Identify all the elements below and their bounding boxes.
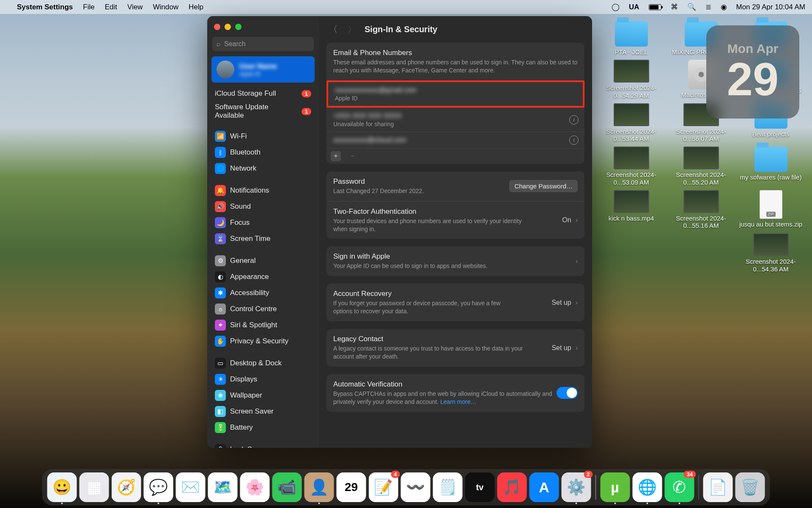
image-thumb-icon [753, 233, 789, 256]
info-icon[interactable]: i [569, 135, 579, 145]
dock-maps[interactable]: 🗺️ [208, 472, 238, 502]
menu-edit[interactable]: Edit [105, 3, 117, 11]
dock-notes[interactable]: 🗒️ [433, 472, 463, 502]
menu-window[interactable]: Window [153, 3, 178, 11]
sidebar-item-network[interactable]: 🌐Network [211, 160, 315, 177]
sidebar-item-wi-fi[interactable]: 📶Wi-Fi [211, 128, 315, 144]
sidebar-item-displays[interactable]: ☀Displays [211, 371, 315, 387]
battery-icon[interactable] [649, 4, 661, 10]
dock-utorrent[interactable]: µ [600, 472, 630, 502]
back-button[interactable]: 〈 [327, 22, 339, 37]
add-button[interactable]: ＋ [331, 151, 341, 161]
sidebar-label: Network [230, 164, 256, 173]
legacy-value: Set up [551, 344, 571, 352]
sidebar-item-general[interactable]: ⚙General [211, 253, 315, 269]
desktop-icon[interactable]: Screenshot 2024-0...53.44 AM [598, 103, 664, 143]
dock-launchpad[interactable]: ▦ [80, 472, 109, 502]
sidebar-label: Focus [230, 218, 250, 227]
dock-trash[interactable]: 🗑️ [735, 472, 765, 502]
dock-calendar[interactable]: 29 [337, 472, 366, 502]
siwa-card[interactable]: Sign in with Apple Your Apple ID can be … [326, 246, 584, 276]
twofa-row[interactable]: Two-Factor Authentication Your trusted d… [326, 202, 584, 239]
email-row[interactable]: xxxxxxxxxx@icloud.comi [326, 132, 584, 148]
dock-contacts[interactable]: 👤 [304, 472, 334, 502]
close-button[interactable] [214, 24, 220, 30]
search-input[interactable]: ⌕ Search [212, 37, 314, 51]
maximize-button[interactable] [235, 24, 241, 30]
menu-help[interactable]: Help [189, 3, 203, 11]
desktop-icon[interactable]: jusqu au but stems.zip [738, 190, 804, 229]
sidebar-item-desktop-dock[interactable]: ▭Desktop & Dock [211, 355, 315, 371]
sidebar-item-accessibility[interactable]: ✱Accessibility [211, 285, 315, 301]
dock-mail[interactable]: ✉️ [176, 472, 206, 502]
calendar-widget[interactable]: Mon Apr 29 [706, 25, 799, 119]
sidebar-item-wallpaper[interactable]: ❀Wallpaper [211, 387, 315, 403]
sidebar-item-control-centre[interactable]: ⌾Control Centre [211, 301, 315, 317]
info-icon[interactable]: i [569, 115, 579, 124]
minimize-button[interactable] [225, 24, 231, 30]
menu-file[interactable]: File [83, 3, 94, 11]
link-icon[interactable]: ⌘ [671, 3, 678, 11]
legacy-card[interactable]: Legacy Contact A legacy contact is someo… [326, 329, 584, 367]
desktop-icon[interactable]: Screenshot 2024-0...55.20 AM [668, 146, 734, 186]
sidebar-item-screen-time[interactable]: ⌛Screen Time [211, 231, 315, 247]
dock-safari[interactable]: 🧭 [112, 472, 141, 502]
menu-view[interactable]: View [127, 3, 143, 11]
sidebar-notice[interactable]: Software Update Available1 [211, 100, 315, 122]
dock-appstore[interactable]: A [529, 472, 559, 502]
change-password-button[interactable]: Change Password… [509, 180, 578, 192]
email-row[interactable]: xxxxxxxxxxxxx@gmail.comApple ID [326, 80, 584, 108]
app-name[interactable]: System Settings [17, 3, 73, 11]
remove-button[interactable]: － [348, 151, 358, 161]
dock-messages[interactable]: 💬 [144, 472, 173, 502]
desktop-icon[interactable]: Screenshot 2024-0...55.16 AM [668, 190, 734, 229]
recovery-card[interactable]: Account Recovery If you forget your pass… [326, 284, 584, 321]
recovery-sub: If you forget your password or device pa… [333, 299, 519, 315]
menubar-clock[interactable]: Mon 29 Apr 10:04 AM [736, 3, 806, 11]
desktop-icon[interactable]: my sofwares (raw file) [738, 146, 804, 186]
desktop-icon[interactable]: Screenshot 2024-0...54.29 AM [598, 60, 664, 99]
sidebar-item-sound[interactable]: 🔊Sound [211, 199, 315, 215]
auto-verify-toggle[interactable] [557, 387, 578, 399]
dock-settings[interactable]: ⚙️2 [562, 472, 591, 502]
desktop-icon[interactable]: Screenshot 2024-0...53.09 AM [598, 146, 664, 186]
dock-doc[interactable]: 📄 [703, 472, 733, 502]
input-language[interactable]: UA [629, 3, 639, 11]
siri-icon[interactable]: ◉ [721, 3, 727, 11]
dock-finder[interactable]: 😀 [47, 472, 77, 502]
dock-facetime[interactable]: 📹 [272, 472, 302, 502]
dock-chrome[interactable]: 🌐 [632, 472, 662, 502]
forward-button[interactable]: 〉 [346, 22, 358, 37]
sidebar-item-lock-screen[interactable]: 🔒Lock Screen [211, 442, 315, 448]
sidebar-item-siri-spotlight[interactable]: ✦Siri & Spotlight [211, 317, 315, 333]
sidebar-label: Desktop & Dock [230, 359, 282, 367]
control-center-icon[interactable]: ≣ [705, 3, 711, 11]
sidebar-icon: ✱ [215, 287, 226, 298]
sidebar-label: General [230, 257, 255, 265]
running-dot [61, 502, 63, 504]
dock-freeform[interactable]: 〰️ [401, 472, 431, 502]
dock-reminders[interactable]: 📝4 [369, 472, 398, 502]
account-avatar [217, 61, 234, 78]
sidebar-item-focus[interactable]: 🌙Focus [211, 215, 315, 231]
email-row[interactable]: +XXX XXX XXX XXXXUnavailable for sharing… [326, 108, 584, 132]
sidebar-item-battery[interactable]: 🔋Battery [211, 420, 315, 436]
dock-whatsapp[interactable]: ✆34 [664, 472, 694, 502]
sidebar-item-appearance[interactable]: ◐Appearance [211, 269, 315, 285]
desktop-icon[interactable]: Screenshot 2024-0...54.36 AM [738, 233, 804, 273]
sidebar-item-notifications[interactable]: 🔔Notifications [211, 182, 315, 199]
sidebar-item-bluetooth[interactable]: ᛒBluetooth [211, 144, 315, 160]
utorrent-menubar-icon[interactable]: ◯ [612, 3, 620, 11]
learn-more-link[interactable]: Learn more… [440, 398, 477, 405]
dock-appletv[interactable]: tv [465, 472, 495, 502]
sidebar-item-privacy-security[interactable]: ✋Privacy & Security [211, 333, 315, 349]
folder-icon [615, 21, 648, 47]
account-row[interactable]: User Name Apple ID [211, 56, 315, 83]
desktop-icon[interactable]: PTA - JOEL [598, 21, 664, 55]
desktop-icon[interactable]: kick n bass.mp4 [598, 190, 664, 229]
dock-photos[interactable]: 🌸 [240, 472, 270, 502]
dock-music[interactable]: 🎵 [497, 472, 527, 502]
sidebar-notice[interactable]: iCloud Storage Full1 [211, 87, 315, 100]
spotlight-icon[interactable]: 🔍 [687, 3, 696, 11]
sidebar-item-screen-saver[interactable]: ◧Screen Saver [211, 403, 315, 420]
